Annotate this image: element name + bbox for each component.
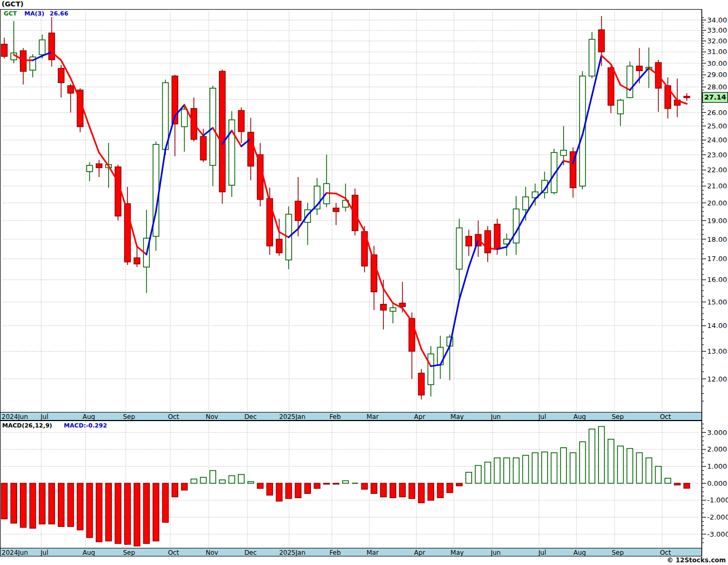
page-title: (GCT) — [2, 0, 24, 8]
svg-text:Aug: Aug — [82, 413, 95, 421]
svg-text:Aug: Aug — [82, 549, 95, 556]
svg-text:-3.000: -3.000 — [707, 530, 728, 538]
svg-text:Sep: Sep — [612, 549, 624, 556]
svg-text:Apr: Apr — [414, 549, 426, 556]
svg-text:Nov: Nov — [206, 413, 218, 421]
svg-text:Mar: Mar — [367, 413, 379, 421]
svg-text:Jul: Jul — [40, 549, 48, 556]
svg-text:18.00: 18.00 — [707, 235, 727, 243]
svg-text:2024Jun: 2024Jun — [2, 549, 28, 556]
svg-text:Aug: Aug — [573, 549, 586, 556]
svg-text:17.00: 17.00 — [707, 255, 727, 263]
svg-text:2025Jan: 2025Jan — [279, 549, 305, 556]
svg-text:-2.000: -2.000 — [707, 513, 728, 521]
svg-text:32.00: 32.00 — [707, 37, 727, 45]
macd-current-value: MACD:-0.292 — [64, 422, 107, 429]
svg-text:Feb: Feb — [329, 413, 340, 421]
svg-text:15.00: 15.00 — [707, 298, 727, 306]
svg-text:Jul: Jul — [538, 549, 546, 556]
svg-text:Jul: Jul — [40, 413, 48, 421]
price-axis: 12.0013.0014.0015.0016.0017.0018.0019.00… — [702, 16, 727, 401]
macd-legend: MACD(26,12,9)MACD:-0.292 — [2, 422, 107, 429]
price-chart-legend: GCTMA(3)26.66 — [4, 10, 69, 17]
svg-text:Aug: Aug — [573, 413, 586, 421]
svg-text:1.000: 1.000 — [707, 462, 727, 470]
svg-text:Oct: Oct — [168, 549, 179, 556]
svg-text:Sep: Sep — [123, 549, 135, 556]
svg-text:3.000: 3.000 — [707, 429, 727, 437]
svg-text:25.00: 25.00 — [707, 122, 727, 130]
svg-text:Dec: Dec — [244, 549, 256, 556]
legend-symbol: GCT — [4, 10, 17, 17]
legend-ma-value: 26.66 — [50, 10, 69, 17]
svg-text:30.00: 30.00 — [707, 59, 727, 67]
svg-text:Dec: Dec — [244, 413, 256, 421]
svg-text:22.00: 22.00 — [707, 166, 727, 174]
stock-chart-page: 12.0013.0014.0015.0016.0017.0018.0019.00… — [0, 0, 728, 565]
svg-text:May: May — [451, 413, 464, 421]
svg-text:34.00: 34.00 — [707, 16, 727, 24]
svg-text:19.00: 19.00 — [707, 217, 727, 225]
svg-text:2.000: 2.000 — [707, 445, 727, 453]
svg-text:0.000: 0.000 — [707, 479, 727, 487]
svg-text:26.00: 26.00 — [707, 109, 727, 117]
svg-text:Mar: Mar — [367, 549, 379, 556]
svg-text:33.00: 33.00 — [707, 26, 727, 34]
svg-text:29.00: 29.00 — [707, 71, 727, 79]
svg-text:-1.000: -1.000 — [707, 496, 728, 504]
svg-text:2024Jun: 2024Jun — [2, 413, 28, 421]
svg-text:May: May — [451, 549, 464, 556]
svg-text:16.00: 16.00 — [707, 276, 727, 284]
svg-text:Jun: Jun — [490, 413, 501, 421]
svg-text:Oct: Oct — [660, 549, 671, 556]
svg-text:Jul: Jul — [538, 413, 546, 421]
svg-text:Oct: Oct — [168, 413, 179, 421]
svg-text:Sep: Sep — [123, 413, 135, 421]
svg-text:28.00: 28.00 — [707, 83, 727, 91]
watermark: © 12Stocks.com — [667, 556, 726, 564]
chart-canvas: 12.0013.0014.0015.0016.0017.0018.0019.00… — [0, 0, 728, 565]
price-tag: 27.14 — [702, 92, 728, 103]
svg-text:24.00: 24.00 — [707, 136, 727, 144]
svg-text:2025Jan: 2025Jan — [279, 413, 305, 421]
legend-ma-label: MA(3) — [25, 10, 44, 17]
svg-text:14.00: 14.00 — [707, 322, 727, 330]
macd-params-label: MACD(26,12,9) — [2, 422, 52, 429]
svg-text:13.00: 13.00 — [707, 347, 727, 355]
svg-text:20.00: 20.00 — [707, 199, 727, 207]
macd-axis: 3.0002.0001.0000.000-1.000-2.000-3.000 — [702, 424, 728, 543]
panel-backgrounds — [0, 9, 702, 548]
svg-text:31.00: 31.00 — [707, 48, 727, 56]
svg-text:23.00: 23.00 — [707, 151, 727, 159]
svg-text:21.00: 21.00 — [707, 182, 727, 190]
svg-text:Jun: Jun — [490, 549, 501, 556]
svg-text:12.00: 12.00 — [707, 375, 727, 383]
svg-text:Feb: Feb — [329, 549, 340, 556]
svg-text:Sep: Sep — [612, 413, 624, 421]
svg-text:Oct: Oct — [660, 413, 671, 421]
svg-text:Nov: Nov — [206, 549, 218, 556]
svg-text:Apr: Apr — [414, 413, 426, 421]
